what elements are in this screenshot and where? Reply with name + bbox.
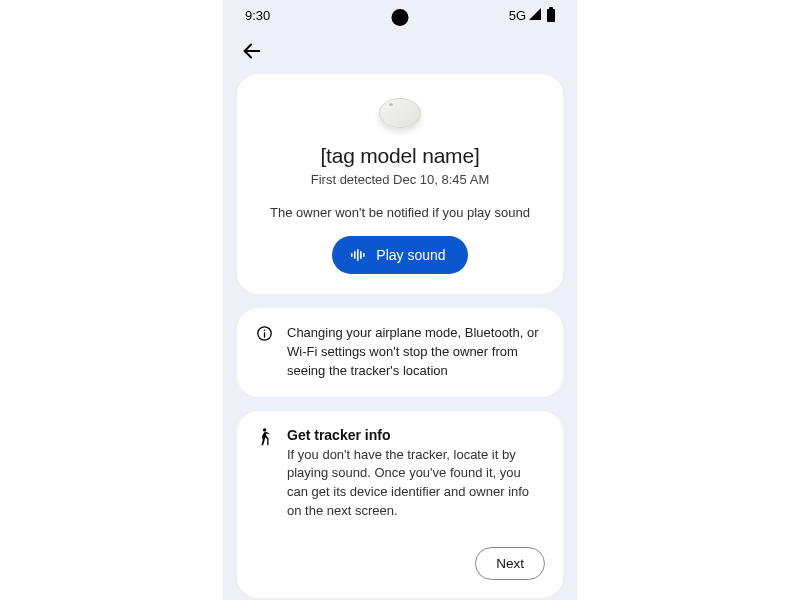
svg-rect-3 (357, 249, 359, 261)
svg-point-8 (263, 330, 265, 332)
tag-subtitle: First detected Dec 10, 8:45 AM (257, 172, 543, 187)
status-time: 9:30 (245, 8, 270, 23)
tag-image (378, 96, 422, 132)
svg-rect-4 (360, 251, 362, 259)
walk-icon (255, 427, 273, 446)
phone-frame: 9:30 5G [tag model name] First detected … (223, 0, 577, 600)
back-button[interactable] (241, 40, 263, 62)
svg-point-9 (263, 428, 266, 431)
tracker-text: If you don't have the tracker, locate it… (287, 446, 545, 521)
next-row: Next (255, 547, 545, 580)
info-icon (255, 324, 273, 342)
tag-hero-card: [tag model name] First detected Dec 10, … (237, 74, 563, 294)
play-sound-button[interactable]: Play sound (332, 236, 467, 274)
sound-icon (350, 248, 366, 262)
network-label: 5G (509, 8, 526, 23)
svg-rect-2 (354, 251, 356, 259)
status-right: 5G (509, 8, 555, 23)
play-notice: The owner won't be notified if you play … (257, 205, 543, 220)
tag-title: [tag model name] (257, 144, 543, 168)
next-label: Next (496, 556, 524, 571)
play-sound-label: Play sound (376, 247, 445, 263)
svg-rect-1 (351, 253, 353, 257)
svg-rect-5 (363, 253, 365, 257)
tracker-title: Get tracker info (287, 427, 545, 443)
tracker-info-card: Get tracker info If you don't have the t… (237, 411, 563, 598)
content: [tag model name] First detected Dec 10, … (223, 68, 577, 598)
tracker-body: Get tracker info If you don't have the t… (287, 427, 545, 521)
info-card: Changing your airplane mode, Bluetooth, … (237, 308, 563, 397)
battery-icon (547, 9, 555, 22)
info-text: Changing your airplane mode, Bluetooth, … (287, 324, 545, 381)
signal-icon (528, 8, 542, 23)
camera-punch (392, 9, 409, 26)
back-row (223, 30, 577, 68)
next-button[interactable]: Next (475, 547, 545, 580)
